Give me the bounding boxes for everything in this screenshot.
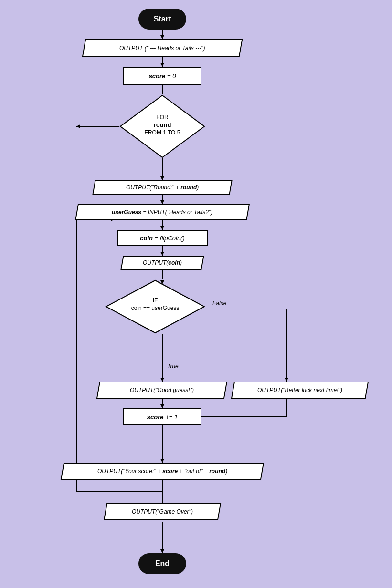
svg-marker-1 (160, 35, 164, 39)
output5-label: OUTPUT("Game Over") (128, 506, 197, 517)
svg-marker-7 (160, 176, 164, 180)
input1-label: userGuess = INPUT("Heads or Tails?") (108, 207, 216, 217)
process3-box: score += 1 (123, 408, 201, 425)
start-terminal: Start (138, 9, 186, 30)
output3-label: OUTPUT(coin) (139, 258, 186, 268)
output-false-io: OUTPUT("Better luck next time!") (231, 382, 369, 399)
start-label: Start (154, 15, 171, 23)
process1-label: score = 0 (149, 72, 176, 80)
svg-text:FOR: FOR (156, 114, 169, 121)
svg-text:False: False (212, 300, 227, 307)
svg-marker-19 (160, 404, 164, 408)
flowchart: True False Start OUTPUT (" --- Heads or … (0, 0, 392, 588)
output4-io: OUTPUT("Your score:" + score + "out of" … (61, 463, 264, 480)
for-loop-diamond: FOR round FROM 1 TO 5 (119, 94, 205, 158)
output3-io: OUTPUT(coin) (120, 256, 204, 270)
svg-text:IF: IF (153, 297, 158, 304)
process2-label: coin = flipCoin() (140, 235, 185, 242)
svg-marker-9 (160, 200, 164, 204)
output-true-io: OUTPUT("Good guess!") (96, 382, 227, 399)
process2-box: coin = flipCoin() (117, 230, 208, 246)
output-false-label: OUTPUT("Better luck next time!") (254, 385, 346, 395)
end-label: End (155, 559, 170, 568)
svg-text:FROM 1 TO 5: FROM 1 TO 5 (145, 129, 180, 136)
svg-marker-46 (76, 124, 80, 128)
svg-marker-35 (160, 549, 164, 553)
svg-marker-3 (160, 63, 164, 67)
process3-label: score += 1 (147, 413, 178, 421)
svg-text:round: round (154, 121, 171, 128)
decision-diamond: IF coin == userGuess (105, 279, 205, 334)
svg-marker-21 (160, 459, 164, 463)
output4-label: OUTPUT("Your score:" + score + "out of" … (94, 466, 231, 476)
end-terminal: End (138, 553, 186, 574)
input1-io: userGuess = INPUT("Heads or Tails?") (75, 204, 250, 220)
process1-box: score = 0 (123, 67, 201, 85)
output2-io: OUTPUT("Round:" + round) (92, 180, 232, 195)
svg-text:coin == userGuess: coin == userGuess (131, 305, 180, 311)
svg-marker-11 (160, 226, 164, 230)
output2-label: OUTPUT("Round:" + round) (122, 182, 202, 193)
svg-text:True: True (167, 363, 179, 370)
output-true-label: OUTPUT("Good guess!") (126, 385, 198, 395)
svg-marker-24 (285, 378, 288, 382)
output1-label: OUTPUT (" --- Heads or Tails ---") (116, 43, 209, 53)
svg-marker-13 (160, 252, 164, 256)
output1-io: OUTPUT (" --- Heads or Tails ---") (82, 39, 243, 57)
output5-io: OUTPUT("Game Over") (104, 503, 221, 520)
svg-marker-17 (160, 378, 164, 382)
